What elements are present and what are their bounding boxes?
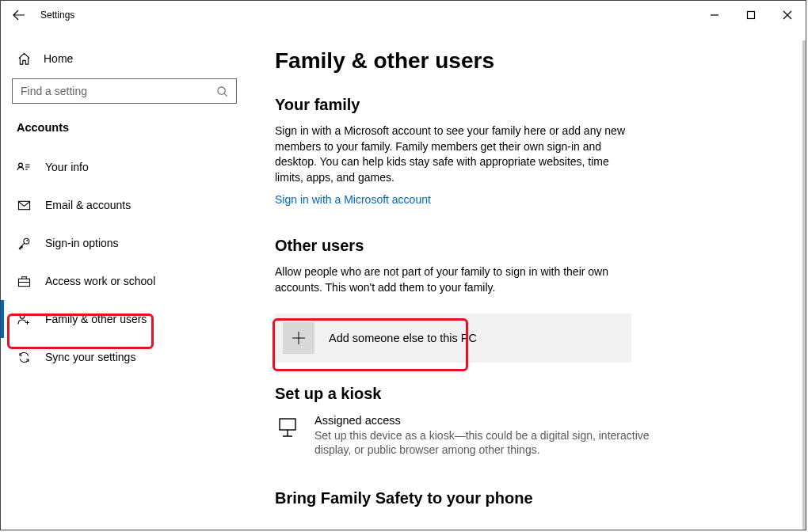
svg-point-4	[23, 238, 29, 244]
search-box[interactable]	[12, 78, 237, 104]
titlebar: Settings	[1, 1, 806, 29]
close-button[interactable]	[769, 1, 806, 29]
window-title: Settings	[40, 10, 74, 21]
briefcase-icon	[17, 275, 31, 288]
back-button[interactable]	[1, 1, 37, 29]
assigned-access-title: Assigned access	[314, 414, 655, 427]
main-panel: Family & other users Your family Sign in…	[248, 29, 806, 530]
sidebar-item-label: Family & other users	[45, 313, 147, 325]
add-user-button[interactable]: Add someone else to this PC	[275, 314, 631, 363]
sidebar-item-label: Email & accounts	[45, 199, 131, 211]
section-kiosk: Set up a kiosk Assigned access Set up th…	[275, 385, 806, 458]
sidebar-item-family[interactable]: Family & other users	[1, 300, 248, 338]
svg-point-7	[20, 314, 25, 319]
other-users-body: Allow people who are not part of your fa…	[275, 264, 639, 295]
section-other-users: Other users Allow people who are not par…	[275, 237, 806, 362]
sidebar-item-signin[interactable]: Sign-in options	[1, 224, 248, 262]
other-users-heading: Other users	[275, 237, 806, 255]
your-family-body: Sign in with a Microsoft account to see …	[275, 124, 639, 185]
page-title: Family & other users	[275, 48, 806, 74]
svg-point-1	[217, 86, 224, 93]
svg-point-5	[26, 239, 28, 241]
close-icon	[783, 10, 792, 20]
search-input[interactable]	[19, 84, 214, 98]
assigned-access-button[interactable]: Assigned access Set up this device as a …	[275, 414, 655, 458]
scrollbar[interactable]	[802, 40, 806, 530]
window-controls	[696, 1, 806, 29]
kiosk-icon	[275, 414, 300, 458]
section-your-family: Your family Sign in with a Microsoft acc…	[275, 96, 806, 207]
sidebar-item-sync[interactable]: Sync your settings	[1, 338, 248, 376]
sync-icon	[17, 351, 31, 364]
add-user-label: Add someone else to this PC	[329, 332, 477, 344]
signin-ms-account-link[interactable]: Sign in with a Microsoft account	[275, 193, 431, 206]
sidebar-item-label: Your info	[45, 161, 89, 173]
your-family-heading: Your family	[275, 96, 806, 114]
person-card-icon	[17, 160, 31, 174]
mail-icon	[17, 199, 31, 212]
assigned-access-sub: Set up this device as a kiosk—this could…	[314, 428, 655, 458]
search-icon	[214, 86, 230, 97]
kiosk-heading: Set up a kiosk	[275, 385, 806, 403]
svg-point-2	[19, 163, 23, 167]
sidebar-item-label: Sign-in options	[45, 237, 119, 249]
minimize-icon	[710, 10, 719, 20]
plus-icon	[283, 322, 314, 354]
maximize-icon	[746, 10, 756, 20]
svg-rect-8	[280, 419, 295, 430]
sidebar-item-work[interactable]: Access work or school	[1, 262, 248, 300]
sidebar-item-label: Access work or school	[45, 275, 155, 287]
arrow-left-icon	[13, 9, 25, 21]
key-icon	[17, 237, 31, 250]
sidebar: Home Accounts	[1, 29, 248, 530]
minimize-button[interactable]	[696, 1, 733, 29]
home-label: Home	[44, 52, 73, 65]
sidebar-item-your-info[interactable]: Your info	[1, 148, 248, 186]
home-nav[interactable]: Home	[1, 44, 248, 74]
svg-rect-0	[748, 12, 755, 19]
sidebar-item-email[interactable]: Email & accounts	[1, 186, 248, 224]
people-add-icon	[17, 312, 31, 326]
bring-family-safety-heading: Bring Family Safety to your phone	[275, 489, 806, 507]
sidebar-category: Accounts	[1, 104, 248, 137]
home-icon	[17, 52, 31, 66]
sidebar-item-label: Sync your settings	[45, 351, 135, 363]
maximize-button[interactable]	[733, 1, 769, 29]
section-bring-family-safety: Bring Family Safety to your phone	[275, 489, 806, 507]
